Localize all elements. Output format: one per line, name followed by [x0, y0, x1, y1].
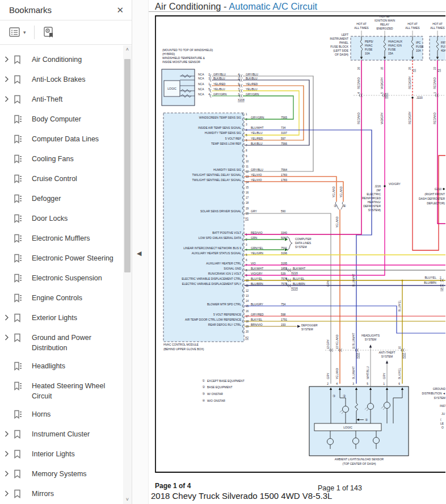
- bookmark-item[interactable]: Ground and Power Distribution: [0, 329, 123, 357]
- pin-number: 10: [246, 279, 249, 282]
- bookmark-item[interactable]: Computer Data Lines: [0, 130, 123, 150]
- diagram-label: GROUND: [433, 387, 445, 390]
- bookmark-item[interactable]: Body Computer: [0, 110, 123, 130]
- diagram-label: GRY/GRN: [213, 93, 227, 96]
- diagram-label: ALL TIMES: [405, 26, 420, 30]
- expand-chevron-icon[interactable]: [0, 313, 12, 321]
- diagram-label: YEL/VIO: [332, 186, 335, 198]
- diagram-label: W/ ONSTAR: [207, 392, 223, 396]
- bookmark-flag-icon: [14, 469, 25, 481]
- expand-chevron-icon[interactable]: [0, 489, 12, 497]
- chevron-spacer: [0, 293, 12, 295]
- diagram-label: ④: [365, 418, 368, 422]
- diagram-label: YEL/VIO: [339, 186, 343, 198]
- diagram-label: WHT/BLU: [366, 366, 369, 379]
- bookmark-item[interactable]: Instrument Cluster: [0, 425, 123, 445]
- expand-chevron-icon[interactable]: [0, 333, 12, 341]
- bookmark-label: Electronic Mufflers: [32, 233, 118, 243]
- diagram-label: GRY: [326, 280, 330, 287]
- diagram-label: DATA LINES: [295, 241, 312, 245]
- bookmark-item[interactable]: Anti-Lock Brakes: [0, 70, 123, 90]
- bookmark-item[interactable]: Cruise Control: [0, 170, 123, 190]
- bookmark-item[interactable]: Anti-Theft: [0, 90, 123, 110]
- bookmark-item[interactable]: Engine Controls: [0, 289, 123, 309]
- bookmark-icon: [14, 55, 21, 64]
- bookmark-item[interactable]: Cooling Fans: [0, 150, 123, 170]
- diagram-label: ③: [202, 392, 205, 396]
- diagram-label: X216: [291, 287, 298, 290]
- bookmark-item[interactable]: Electronic Suspension: [0, 269, 123, 289]
- bookmark-item[interactable]: Horns: [0, 405, 123, 425]
- bookmark-item[interactable]: Exterior Lights: [0, 309, 123, 329]
- diagram-label: 1783: [281, 173, 287, 177]
- bookmark-item[interactable]: Electronic Power Steering: [0, 249, 123, 269]
- diagram-label: 597: [281, 137, 286, 140]
- diagram-label: 4: [336, 382, 338, 385]
- diagram-label: 4: [357, 92, 360, 94]
- pin-number: 4: [246, 249, 247, 251]
- diagram-label: AIR TEMP DOOR CTRL LOW REFERENCE: [185, 318, 242, 321]
- bookmark-item[interactable]: Electronic Mufflers: [0, 229, 123, 249]
- expand-chevron-icon[interactable]: [0, 429, 12, 437]
- bookmark-item[interactable]: Memory Systems: [0, 465, 123, 485]
- diagram-label: RED/GRY: [408, 111, 411, 124]
- pin-number: 14: [246, 300, 249, 303]
- diagram-label: FUSE: [416, 45, 424, 48]
- bookmark-item[interactable]: Headlights: [0, 357, 123, 377]
- bookmark-item[interactable]: Interior Lights: [0, 445, 123, 465]
- bookmark-label: Electronic Power Steering: [32, 253, 118, 263]
- diagram-label: DEFROSTER: [363, 204, 381, 208]
- bookmark-label: Instrument Cluster: [32, 429, 118, 439]
- diagram-label: RED/GRY: [408, 76, 411, 89]
- diagram-label: ④: [343, 204, 346, 208]
- scroll-down-icon[interactable]: ˅: [123, 495, 132, 504]
- diagram-label: ALL TIMES: [354, 26, 369, 30]
- diagram-label: HOT AT: [407, 22, 418, 26]
- diagram-label: ELECTRIC VARIABLE DISPLACEMENT CTRL: [182, 277, 241, 280]
- bookmark-options-button[interactable]: ▾: [7, 25, 28, 40]
- bookmark-item[interactable]: Defogger: [0, 190, 123, 209]
- diagram-label: FUSE: [365, 48, 373, 51]
- close-panel-icon[interactable]: ✕: [116, 6, 124, 14]
- diagram-label: 25: [409, 66, 411, 70]
- pin-number: 8: [246, 269, 247, 272]
- diagram-label: LOGIC: [167, 87, 176, 90]
- diagram-label: 7531: [281, 246, 287, 250]
- bookmark-item[interactable]: Air Conditioning: [0, 51, 123, 70]
- chevron-spacer: [0, 174, 12, 175]
- pin-number: 3: [246, 243, 247, 246]
- bookmark-item[interactable]: Door Locks: [0, 209, 123, 229]
- diagram-label: 15: [381, 66, 384, 70]
- bookmarks-scrollbar[interactable]: ˄ ˅: [123, 45, 132, 504]
- bookmark-label: Air Conditioning: [32, 54, 118, 65]
- diagram-label: (W/: [376, 188, 381, 192]
- pin-number: 2: [246, 118, 247, 121]
- pin-number: 19: [246, 207, 249, 210]
- diagram-label: FUSE: [441, 45, 445, 48]
- pin-number: 12: [246, 289, 249, 292]
- diagram-label: HOT AT: [432, 22, 443, 26]
- diagram-label: ①: [202, 379, 205, 383]
- diagram-label: HVAC: [365, 44, 373, 47]
- expand-chevron-icon[interactable]: [0, 94, 12, 102]
- chevron-down-icon: ▾: [23, 30, 26, 35]
- bookmark-item[interactable]: Mirrors: [0, 485, 123, 504]
- pin-number: 20: [246, 330, 249, 333]
- page-title-separator: -: [221, 1, 229, 11]
- panel-collapse-handle[interactable]: ◀: [137, 250, 141, 257]
- bookmark-page-icon: [14, 254, 25, 265]
- page-bookmark-icon: [14, 410, 22, 419]
- expand-current-bookmark-button[interactable]: [40, 24, 57, 41]
- diagram-label: BLU/YEL: [251, 277, 263, 280]
- diagram-label: 1: [434, 92, 436, 94]
- expand-chevron-icon[interactable]: [0, 449, 12, 457]
- bookmark-label: Body Computer: [32, 114, 118, 124]
- scroll-up-icon[interactable]: ˄: [123, 45, 132, 54]
- diagram-label: HUMIDITY TEMP SENS SIG: [205, 131, 241, 135]
- expand-chevron-icon[interactable]: [0, 54, 12, 62]
- expand-chevron-icon[interactable]: [0, 469, 12, 477]
- expand-chevron-icon[interactable]: [0, 74, 12, 82]
- bookmark-item[interactable]: Heated Steering Wheel Circuit: [0, 377, 123, 405]
- scrollbar-thumb[interactable]: [124, 59, 131, 272]
- diagram-label: (: [440, 418, 441, 421]
